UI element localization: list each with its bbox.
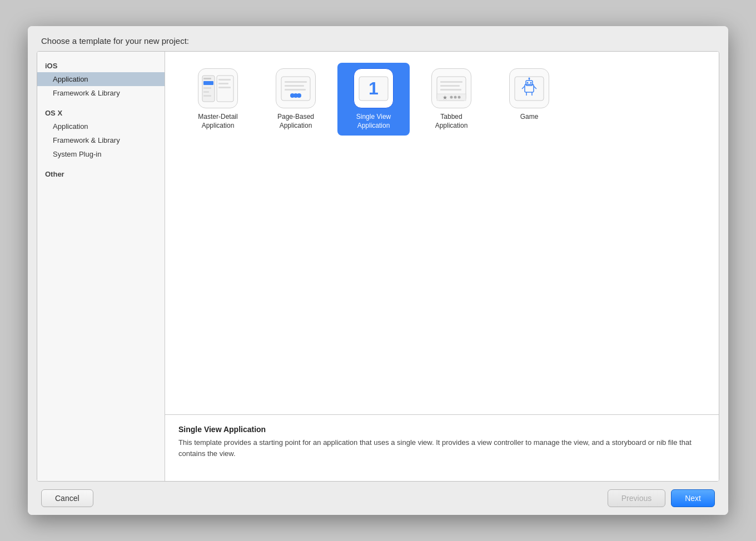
svg-rect-25 bbox=[440, 81, 462, 83]
svg-rect-2 bbox=[203, 78, 211, 79]
svg-rect-4 bbox=[203, 91, 209, 93]
svg-rect-9 bbox=[218, 87, 231, 88]
sidebar-section-ios: iOS bbox=[37, 57, 165, 72]
svg-rect-27 bbox=[440, 89, 461, 91]
svg-rect-7 bbox=[218, 79, 231, 81]
sidebar-section-osx: OS X bbox=[37, 104, 165, 119]
cancel-button[interactable]: Cancel bbox=[41, 489, 93, 507]
single-view-label: Single ViewApplication bbox=[356, 113, 391, 130]
svg-point-31 bbox=[527, 82, 529, 83]
next-button[interactable]: Next bbox=[671, 489, 715, 507]
game-label: Game bbox=[520, 113, 539, 122]
dialog-header: Choose a template for your new project: bbox=[28, 26, 728, 51]
template-tabbed[interactable]: ★ TabbedApplication bbox=[415, 63, 488, 136]
svg-point-13 bbox=[297, 93, 301, 98]
previous-button[interactable]: Previous bbox=[608, 489, 665, 507]
description-text: This template provides a starting point … bbox=[178, 437, 705, 459]
footer-right-buttons: Previous Next bbox=[608, 489, 715, 507]
tabbed-icon: ★ bbox=[431, 68, 471, 108]
single-view-icon: 1 bbox=[354, 68, 394, 108]
svg-text:★: ★ bbox=[442, 94, 447, 101]
svg-point-32 bbox=[530, 82, 532, 83]
template-master-detail[interactable]: Master-DetailApplication bbox=[182, 63, 254, 136]
template-game[interactable]: Game bbox=[493, 63, 565, 136]
svg-point-23 bbox=[454, 96, 457, 98]
game-icon bbox=[509, 68, 549, 108]
svg-point-34 bbox=[529, 77, 530, 79]
sidebar-item-ios-framework[interactable]: Framework & Library bbox=[37, 86, 165, 100]
svg-point-22 bbox=[450, 96, 453, 98]
svg-rect-1 bbox=[203, 81, 213, 85]
page-based-icon bbox=[276, 68, 316, 108]
master-detail-label: Master-DetailApplication bbox=[198, 113, 237, 130]
svg-rect-15 bbox=[285, 85, 304, 87]
dialog: Choose a template for your new project: … bbox=[28, 26, 728, 515]
header-text: Choose a template for your new project: bbox=[41, 36, 189, 46]
svg-rect-16 bbox=[285, 89, 306, 91]
sidebar-item-osx-framework[interactable]: Framework & Library bbox=[37, 133, 165, 147]
main-content: Master-DetailApplication bbox=[165, 52, 719, 481]
description-title: Single View Application bbox=[178, 425, 705, 434]
svg-rect-26 bbox=[440, 85, 460, 87]
sidebar-item-osx-plugin[interactable]: System Plug-in bbox=[37, 147, 165, 161]
svg-rect-5 bbox=[203, 95, 211, 97]
sidebar-item-ios-application[interactable]: Application bbox=[37, 72, 165, 86]
sidebar-section-other: Other bbox=[37, 166, 165, 181]
svg-rect-14 bbox=[285, 81, 307, 83]
description-area: Single View Application This template pr… bbox=[165, 414, 719, 481]
tabbed-label: TabbedApplication bbox=[435, 113, 468, 130]
template-page-based[interactable]: Page-BasedApplication bbox=[260, 63, 332, 136]
sidebar-item-osx-application[interactable]: Application bbox=[37, 119, 165, 133]
svg-point-24 bbox=[458, 96, 461, 98]
templates-grid: Master-DetailApplication bbox=[165, 52, 719, 414]
page-based-label: Page-BasedApplication bbox=[277, 113, 314, 130]
dialog-body: iOS Application Framework & Library OS X… bbox=[37, 51, 719, 482]
sidebar: iOS Application Framework & Library OS X… bbox=[37, 52, 165, 481]
svg-text:1: 1 bbox=[369, 78, 379, 98]
master-detail-icon bbox=[198, 68, 238, 108]
svg-rect-3 bbox=[203, 87, 211, 89]
template-single-view[interactable]: 1 Single ViewApplication bbox=[337, 63, 410, 136]
svg-rect-8 bbox=[218, 83, 228, 84]
dialog-footer: Cancel Previous Next bbox=[28, 482, 728, 515]
